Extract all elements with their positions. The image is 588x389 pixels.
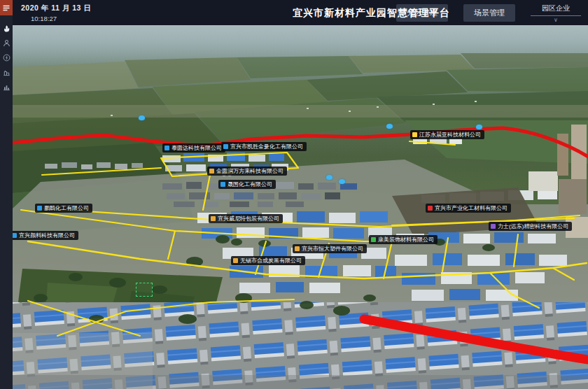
chevron-down-icon: ∨ bbox=[554, 17, 558, 23]
company-label[interactable]: 鹏鹞化工有限公司 bbox=[35, 204, 92, 213]
sidebar-item-statistics[interactable] bbox=[0, 80, 13, 94]
sidebar-item-energy[interactable] bbox=[0, 50, 13, 65]
company-name: 宜兴市凯胜金曼化工有限公司 bbox=[230, 143, 303, 150]
company-marker-icon bbox=[37, 206, 42, 211]
blue-3d-marker[interactable] bbox=[339, 179, 345, 184]
company-label[interactable]: 宜兴威尼特包装有限公司 bbox=[209, 214, 283, 223]
sidebar-item-personnel[interactable] bbox=[0, 36, 13, 50]
company-name: 宜兴威尼特包装有限公司 bbox=[218, 215, 279, 222]
company-label[interactable]: 宜兴颜料科技有限公司 bbox=[10, 231, 78, 240]
company-marker-icon bbox=[491, 224, 496, 229]
company-label[interactable]: 力士(远东)精密科技有限公司 bbox=[489, 222, 572, 231]
lightning-gauge-icon bbox=[3, 54, 10, 62]
current-time: 10:18:27 bbox=[31, 15, 91, 22]
park-enterprise-dropdown[interactable]: 园区企业 ∨ bbox=[531, 2, 581, 23]
company-marker-icon bbox=[412, 132, 417, 137]
company-marker-icon bbox=[209, 169, 214, 174]
company-label[interactable]: 康美装饰材料有限公司 bbox=[369, 235, 438, 244]
company-name: 宜兴市产业化工材料有限公司 bbox=[435, 205, 507, 211]
company-name: 无锡市合成炭黑有限公司 bbox=[240, 257, 302, 264]
selection-box[interactable] bbox=[136, 283, 153, 297]
company-label[interactable]: 宜兴市凯胜金曼化工有限公司 bbox=[221, 142, 307, 151]
company-name: 金圆润万方来科技有限公司 bbox=[216, 168, 284, 174]
company-marker-icon bbox=[428, 206, 433, 211]
company-label[interactable]: 宜兴市恒大塑件有限公司 bbox=[293, 244, 367, 253]
company-name: 鹏鹞化工有限公司 bbox=[44, 205, 89, 211]
hamburger-icon bbox=[2, 3, 10, 12]
company-name: 泰圆达科技有限公司 bbox=[172, 145, 222, 151]
sidebar-item-fire[interactable] bbox=[0, 21, 13, 36]
page-title: 宜兴市新材料产业园智慧管理平台 bbox=[293, 0, 450, 25]
blue-3d-marker[interactable] bbox=[326, 175, 332, 180]
company-name: 宜兴市恒大塑件有限公司 bbox=[302, 246, 363, 252]
factory-building-icon bbox=[3, 69, 10, 76]
company-marker-icon bbox=[233, 258, 238, 263]
company-label[interactable]: 金圆润万方来科技有限公司 bbox=[207, 167, 287, 176]
dropdown-label: 园区企业 bbox=[531, 2, 581, 16]
current-date: 2020 年 11 月 13 日 bbox=[21, 3, 91, 13]
company-name: 力士(远东)精密科技有限公司 bbox=[498, 223, 568, 229]
company-marker-icon bbox=[164, 146, 169, 150]
company-label[interactable]: 晟国化工有限公司 bbox=[218, 180, 276, 189]
blue-3d-marker[interactable] bbox=[476, 125, 482, 129]
company-name: 晟国化工有限公司 bbox=[227, 181, 272, 188]
top-bar: 2020 年 11 月 13 日 10:18:27 宜兴市新材料产业园智慧管理平… bbox=[13, 0, 588, 25]
bar-chart-icon bbox=[3, 83, 10, 91]
scene-management-button[interactable]: 场景管理 bbox=[463, 4, 515, 22]
company-label[interactable]: 无锡市合成炭黑有限公司 bbox=[231, 256, 305, 265]
person-icon bbox=[3, 39, 10, 47]
company-marker-icon bbox=[223, 144, 228, 149]
company-name: 宜兴颜料科技有限公司 bbox=[19, 232, 75, 239]
company-label[interactable]: 江苏永晨亚科技材料公司 bbox=[410, 130, 484, 139]
company-marker-icon bbox=[371, 237, 376, 242]
sidebar-item-enterprise[interactable] bbox=[0, 65, 13, 80]
blue-3d-marker[interactable] bbox=[386, 124, 393, 129]
blue-3d-marker[interactable] bbox=[139, 115, 145, 120]
datetime-block: 2020 年 11 月 13 日 10:18:27 bbox=[13, 3, 91, 22]
company-marker-icon bbox=[220, 182, 225, 187]
company-label[interactable]: 泰圆达科技有限公司 bbox=[162, 143, 225, 153]
company-name: 康美装饰材料有限公司 bbox=[378, 236, 434, 243]
flame-icon bbox=[3, 24, 10, 33]
company-marker-icon bbox=[295, 246, 300, 251]
sidebar bbox=[0, 0, 13, 389]
company-name: 江苏永晨亚科技材料公司 bbox=[419, 132, 481, 138]
company-marker-icon bbox=[211, 216, 216, 221]
company-marker-icon bbox=[12, 233, 17, 238]
company-label[interactable]: 宜兴市产业化工材料有限公司 bbox=[426, 204, 511, 213]
app-root: 2020 年 11 月 13 日 10:18:27 宜兴市新材料产业园智慧管理平… bbox=[0, 0, 588, 389]
menu-toggle-button[interactable] bbox=[0, 0, 13, 15]
